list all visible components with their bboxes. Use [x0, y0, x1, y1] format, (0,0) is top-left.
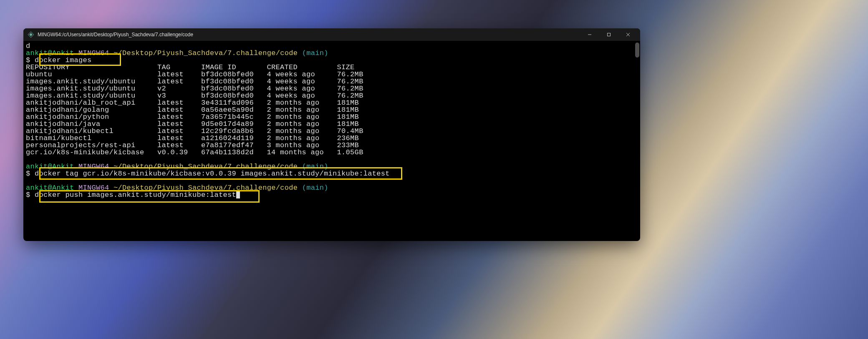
table-row: images.ankit.study/ubuntu v3 bf3dc08bfed… — [26, 92, 638, 99]
window-title: MINGW64:/c/Users/ankit/Desktop/Piyush_Sa… — [38, 32, 193, 38]
table-row: ubuntu latest bf3dc08bfed0 4 weeks ago 7… — [26, 71, 638, 78]
prompt-line: ankit@Ankit MINGW64 ~/Desktop/Piyush_Sac… — [26, 184, 638, 191]
overflow-line: d — [26, 43, 638, 50]
table-row: gcr.io/k8s-minikube/kicbase v0.0.39 67a4… — [26, 149, 638, 156]
table-row: ankitjodhani/python latest 7a36571b445c … — [26, 113, 638, 121]
close-button[interactable] — [618, 28, 638, 41]
mingw-icon — [28, 31, 34, 38]
table-row: ankitjodhani/golang latest 0a56aee5a90d … — [26, 106, 638, 113]
terminal-body[interactable]: dankit@Ankit MINGW64 ~/Desktop/Piyush_Sa… — [23, 41, 640, 241]
table-row: images.ankit.study/ubuntu v2 bf3dc08bfed… — [26, 85, 638, 92]
desktop-background: MINGW64:/c/Users/ankit/Desktop/Piyush_Sa… — [0, 0, 868, 339]
blank-line — [26, 156, 638, 163]
table-row: ankitjodhani/alb_root_api latest 3e4311f… — [26, 99, 638, 106]
cmd-docker-push: $ docker push images.ankit.study/minikub… — [26, 191, 638, 198]
minimize-button[interactable] — [580, 28, 599, 41]
terminal-window: MINGW64:/c/Users/ankit/Desktop/Piyush_Sa… — [23, 28, 640, 241]
scrollbar-thumb[interactable] — [635, 43, 639, 58]
table-row: ankitjodhani/java latest 9d5e017d4a89 2 … — [26, 121, 638, 128]
svg-marker-1 — [29, 33, 33, 36]
prompt-line: ankit@Ankit MINGW64 ~/Desktop/Piyush_Sac… — [26, 50, 638, 57]
prompt-line: ankit@Ankit MINGW64 ~/Desktop/Piyush_Sac… — [26, 163, 638, 170]
table-header: REPOSITORY TAG IMAGE ID CREATED SIZE — [26, 64, 638, 71]
table-row: ankitjodhani/kubectl latest 12c29fcda8b6… — [26, 128, 638, 135]
table-row: personalprojects/rest-api latest e7a8177… — [26, 142, 638, 149]
cmd-docker-images: $ docker images — [26, 57, 638, 64]
cursor — [236, 191, 240, 198]
table-row: images.ankit.study/ubuntu latest bf3dc08… — [26, 78, 638, 85]
blank-line — [26, 177, 638, 184]
table-row: bitnami/kubectl latest a1216024d119 2 mo… — [26, 135, 638, 142]
maximize-button[interactable] — [599, 28, 618, 41]
cmd-docker-tag: $ docker tag gcr.io/k8s-minikube/kicbase… — [26, 170, 638, 177]
svg-rect-3 — [608, 33, 611, 36]
titlebar[interactable]: MINGW64:/c/Users/ankit/Desktop/Piyush_Sa… — [23, 28, 640, 41]
